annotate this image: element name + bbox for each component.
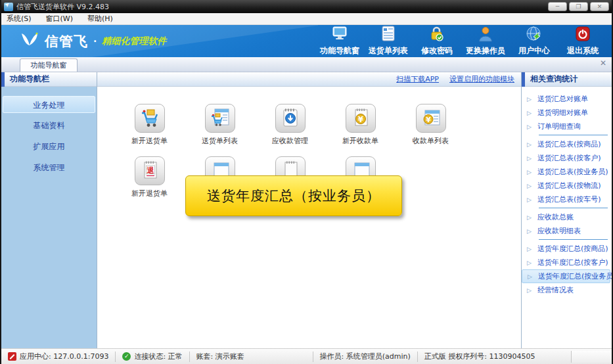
query-item[interactable]: ▷送货汇总表(按客户)	[522, 151, 612, 165]
shortcut-delivery-list[interactable]: 送货单列表	[185, 104, 255, 146]
query-item[interactable]: ▷送货汇总表(按商品)	[522, 137, 612, 151]
minimize-button[interactable]: ─	[548, 2, 567, 11]
svg-text:退: 退	[146, 166, 154, 174]
app-window: 信管飞送货单软件 V9.2.483 ─ ❐ ✕ 系统(S) 窗口(W) 帮助(H…	[0, 0, 613, 364]
module-settings-link[interactable]: 设置启用的功能模块	[449, 74, 514, 84]
triangle-icon: ▷	[527, 260, 532, 266]
right-panel-title: 相关查询统计	[530, 74, 578, 85]
check-icon: ✓	[122, 352, 131, 361]
list-divider	[539, 208, 608, 208]
toolbar-change-password[interactable]: 修改密码	[415, 26, 459, 57]
accent-bar	[1, 72, 5, 87]
query-item[interactable]: ▷应收款明细表	[522, 224, 612, 238]
query-item[interactable]: ▷订单明细查询	[522, 120, 612, 133]
status-account: 账套: 演示账套	[190, 352, 313, 362]
menu-window[interactable]: 窗口(W)	[46, 14, 73, 24]
globe-icon	[526, 26, 543, 44]
query-item[interactable]: ▷送货汇总对账单	[522, 92, 612, 106]
hover-tooltip: 送货年度汇总（按业务员）	[185, 175, 402, 216]
return-icon: 退	[139, 160, 160, 183]
content-area: 功能导航栏 业务处理 基础资料 扩展应用 系统管理 扫描下载APP 设置启用的功…	[1, 72, 612, 348]
toolbar-user-center[interactable]: 用户中心	[512, 26, 556, 57]
query-list: ▷送货汇总对账单 ▷送货明细对账单 ▷订单明细查询 ▷送货汇总表(按商品) ▷送…	[522, 87, 612, 348]
shortcut-receipt-list[interactable]: ¥ 收款单列表	[396, 104, 466, 146]
svg-text:¥: ¥	[426, 115, 431, 124]
cart-list-icon	[210, 107, 231, 130]
triangle-icon: ▷	[527, 155, 532, 162]
shortcut-new-return[interactable]: 退 新开退货单	[114, 156, 185, 198]
sidebar-item-basic-data[interactable]: 基础资料	[3, 117, 95, 134]
main-panel: 扫描下载APP 设置启用的功能模块 新开送货单 送货单列表 应收款管理	[97, 72, 521, 348]
app-icon	[4, 3, 13, 11]
icon-row-1: 新开送货单 送货单列表 应收款管理 ¥ 新开收款单	[114, 104, 521, 146]
brand-separator: ·	[93, 36, 97, 47]
query-item[interactable]: ▷送货汇总表(按业务员)	[522, 165, 612, 179]
logo-mark-icon	[20, 32, 39, 51]
query-item[interactable]: ▷经营情况表	[522, 283, 612, 297]
query-item[interactable]: ▷送货明细对账单	[522, 106, 612, 120]
query-item[interactable]: ▷送货年度汇总(按商品)	[522, 242, 612, 256]
list-divider	[539, 135, 608, 135]
query-item[interactable]: ▷送货汇总表(按车号)	[522, 193, 612, 206]
tab-nav-window[interactable]: 功能导航窗	[20, 58, 78, 72]
sidebar: 业务处理 基础资料 扩展应用 系统管理	[1, 87, 97, 348]
user-icon	[477, 26, 494, 44]
shortcut-new-receipt[interactable]: ¥ 新开收款单	[325, 104, 396, 146]
query-item[interactable]: ▷应收款总账	[522, 210, 612, 224]
tab-strip: 功能导航窗 ✕	[1, 57, 612, 72]
toolbar-switch-operator[interactable]: 更换操作员	[463, 26, 508, 57]
resize-grip[interactable]	[571, 351, 612, 363]
triangle-icon: ▷	[527, 228, 532, 235]
left-nav-panel: 功能导航栏 业务处理 基础资料 扩展应用 系统管理	[1, 72, 97, 348]
brand-name: 信管飞	[45, 32, 88, 51]
triangle-icon: ▷	[527, 110, 532, 116]
header-toolbar: 功能导航窗 送货单列表 修改密码 更换操作员 用户中心 退出系统	[317, 26, 605, 57]
triangle-icon: ▷	[527, 246, 532, 252]
sidebar-item-business[interactable]: 业务处理	[3, 96, 95, 113]
cart-icon	[139, 107, 160, 130]
logo: 信管飞 · 精细化管理软件	[20, 32, 166, 51]
triangle-icon: ▷	[527, 196, 532, 203]
brand-tagline: 精细化管理软件	[102, 35, 166, 47]
left-panel-header: 功能导航栏	[1, 72, 97, 87]
menu-system[interactable]: 系统(S)	[7, 14, 32, 24]
query-item[interactable]: ▷送货汇总表(按物流)	[522, 179, 612, 193]
menu-help[interactable]: 帮助(H)	[87, 14, 113, 24]
toolbar-exit-system[interactable]: 退出系统	[560, 26, 605, 57]
restore-button[interactable]: ❐	[569, 2, 588, 11]
triangle-icon: ▷	[527, 214, 532, 221]
right-panel-header: 相关查询统计	[522, 72, 612, 87]
download-app-link[interactable]: 扫描下载APP	[396, 74, 439, 84]
sidebar-item-extensions[interactable]: 扩展应用	[3, 138, 95, 155]
triangle-icon: ▷	[527, 96, 532, 102]
links-row: 扫描下载APP 设置启用的功能模块	[97, 72, 521, 87]
query-item-selected[interactable]: ▷送货年度汇总(按业务员)	[522, 269, 610, 283]
left-panel-title: 功能导航栏	[10, 74, 49, 85]
triangle-icon: ▷	[527, 183, 532, 189]
shortcut-new-delivery[interactable]: 新开送货单	[114, 104, 185, 146]
receipt-list-icon: ¥	[420, 107, 442, 130]
power-icon	[574, 26, 591, 44]
toolbar-nav-window[interactable]: 功能导航窗	[317, 26, 362, 57]
lock-icon	[428, 26, 445, 44]
sidebar-item-system[interactable]: 系统管理	[3, 159, 95, 176]
toolbar-delivery-list[interactable]: 送货单列表	[366, 26, 411, 57]
title-bar: 信管飞送货单软件 V9.2.483 ─ ❐ ✕	[1, 0, 612, 13]
status-bar: 应用中心: 127.0.0.1:7093 ✓ 连接状态: 正常 账套: 演示账套…	[1, 348, 612, 364]
accent-bar	[522, 72, 525, 87]
shortcut-receivable-mgmt[interactable]: 应收款管理	[255, 104, 325, 146]
monitor-icon	[331, 26, 348, 44]
triangle-icon: ▷	[528, 273, 532, 280]
query-item[interactable]: ▷送货年度汇总(按客户)	[522, 256, 612, 269]
list-divider	[539, 239, 608, 240]
app-center-icon	[8, 352, 16, 361]
svg-text:¥: ¥	[357, 114, 363, 124]
receipt-new-icon: ¥	[350, 107, 371, 130]
app-header: 信管飞 · 精细化管理软件 功能导航窗 送货单列表 修改密码 更换操作员	[1, 25, 612, 57]
triangle-icon: ▷	[527, 141, 532, 148]
close-button[interactable]: ✕	[590, 2, 609, 11]
menu-bar: 系统(S) 窗口(W) 帮助(H)	[1, 13, 612, 25]
receivable-icon	[280, 107, 301, 130]
close-tab-icon[interactable]: ✕	[600, 59, 606, 67]
triangle-icon: ▷	[527, 124, 532, 130]
